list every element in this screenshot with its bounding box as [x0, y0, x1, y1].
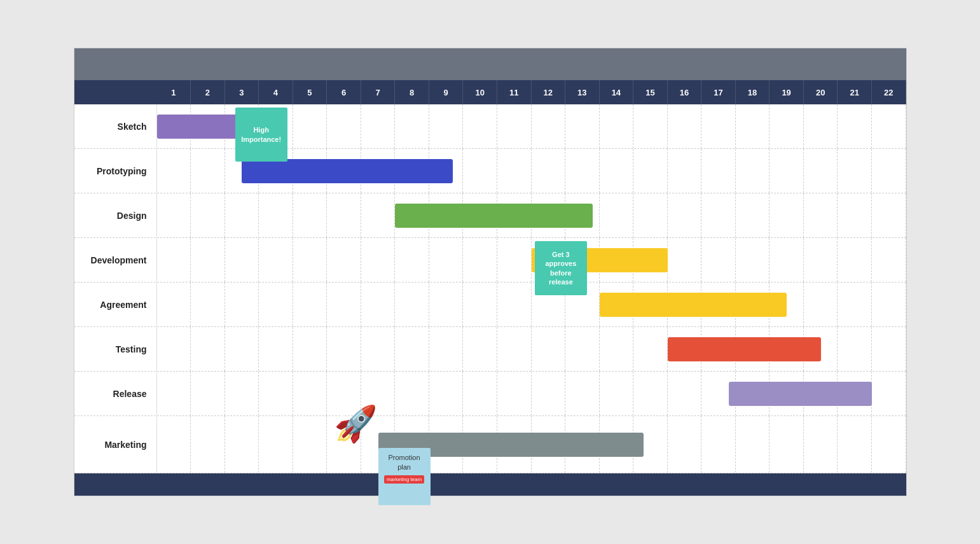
rocket-icon: 🚀: [334, 403, 378, 445]
bar-release: [729, 382, 872, 406]
day-cell-20: 20: [804, 80, 838, 104]
task-row-development: DevelopmentGet 3 approves before release: [74, 238, 906, 282]
day-cell-22: 22: [872, 80, 906, 104]
day-cell-14: 14: [600, 80, 634, 104]
task-timeline-development: Get 3 approves before release: [157, 238, 906, 282]
task-timeline-sketch: High Importance!: [157, 104, 906, 148]
day-cell-8: 8: [395, 80, 429, 104]
day-cell-3: 3: [225, 80, 259, 104]
day-cell-12: 12: [532, 80, 566, 104]
day-cell-1: 1: [157, 80, 191, 104]
promotion-note: Promotion planmarketing team: [378, 448, 431, 505]
task-row-testing: Testing: [74, 327, 906, 372]
sticky-note: Get 3 approves before release: [535, 241, 587, 295]
day-cell-18: 18: [736, 80, 770, 104]
gantt-chart: 12345678910111213141516171819202122 Sket…: [74, 48, 907, 496]
day-cell-11: 11: [497, 80, 532, 104]
task-row-marketing: Marketing🚀Promotion planmarketing team: [74, 416, 906, 473]
task-row-release: Release: [74, 372, 906, 416]
task-label-testing: Testing: [74, 327, 157, 371]
day-cell-5: 5: [293, 80, 328, 104]
day-cell-16: 16: [668, 80, 702, 104]
day-cell-15: 15: [633, 80, 668, 104]
task-row-design: Design: [74, 193, 906, 238]
header-row: [74, 48, 906, 80]
task-timeline-testing: [157, 327, 906, 371]
bar-agreement: [600, 293, 787, 317]
day-cell-19: 19: [770, 80, 804, 104]
day-cell-10: 10: [463, 80, 497, 104]
task-row-sketch: SketchHigh Importance!: [74, 104, 906, 149]
days-header: 12345678910111213141516171819202122: [157, 80, 906, 104]
day-cell-21: 21: [838, 80, 872, 104]
bar-design: [395, 204, 593, 228]
task-timeline-agreement: [157, 282, 906, 326]
task-label-sketch: Sketch: [74, 104, 157, 148]
marketing-badge: marketing team: [384, 475, 424, 484]
task-label-development: Development: [74, 238, 157, 282]
task-timeline-marketing: 🚀Promotion planmarketing team: [157, 416, 906, 473]
task-label-design: Design: [74, 193, 157, 237]
day-cell-13: 13: [565, 80, 600, 104]
day-cell-2: 2: [191, 80, 225, 104]
task-timeline-release: [157, 372, 906, 415]
task-label-agreement: Agreement: [74, 282, 157, 326]
task-timeline-design: [157, 193, 906, 237]
day-cell-7: 7: [361, 80, 396, 104]
bar-prototyping: [242, 159, 453, 183]
bar-testing: [668, 337, 821, 361]
sticky-note: High Importance!: [235, 108, 287, 162]
task-label-marketing: Marketing: [74, 416, 157, 473]
day-cell-9: 9: [429, 80, 464, 104]
task-row-agreement: Agreement: [74, 282, 906, 327]
footer-bar: [74, 473, 906, 496]
day-cell-4: 4: [259, 80, 293, 104]
task-rows: SketchHigh Importance!PrototypingDesignD…: [74, 104, 906, 473]
task-row-prototyping: Prototyping: [74, 149, 906, 193]
task-label-prototyping: Prototyping: [74, 149, 157, 193]
day-cell-6: 6: [327, 80, 361, 104]
task-label-release: Release: [74, 372, 157, 415]
day-cell-17: 17: [701, 80, 736, 104]
